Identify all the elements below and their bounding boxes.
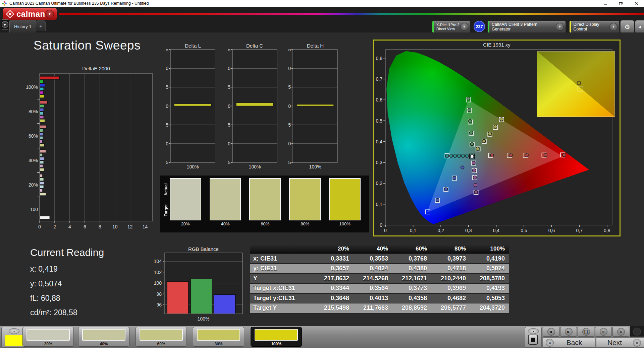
tab-history-1[interactable]: History 1 <box>9 20 36 33</box>
swatch-label: 100% <box>329 220 361 228</box>
table-cell: 206,5777 <box>431 303 470 313</box>
svg-text:0: 0 <box>166 103 168 109</box>
table-row: Target Y215,5498211,7663208,8592206,5777… <box>250 303 509 313</box>
svg-text:0,3: 0,3 <box>465 228 472 233</box>
svg-text:0: 0 <box>380 222 382 228</box>
svg-text:14: 14 <box>143 224 148 229</box>
svg-text:100%: 100% <box>26 84 38 90</box>
stop-square-icon <box>531 338 535 342</box>
svg-text:0,1: 0,1 <box>410 228 417 233</box>
svg-text:4: 4 <box>68 224 71 229</box>
svg-text:0,1: 0,1 <box>376 202 383 207</box>
pattern-swatch-button-100%[interactable]: 100% <box>251 327 302 347</box>
meter-dropdown-label: X-Rite i1Pro 2 Direct View <box>436 23 459 31</box>
table-row-label: Target x:CIE31 <box>250 283 314 293</box>
minimize-button[interactable] <box>598 0 613 7</box>
table-col-header: 60% <box>392 244 431 254</box>
svg-text:0,2: 0,2 <box>376 181 383 186</box>
svg-text:15: 15 <box>288 49 291 52</box>
deltae-chart-title: DeltaE 2000 <box>40 66 153 71</box>
table-cell: 0,4024 <box>353 264 392 274</box>
table-row: Target y:CIE310,36480,40130,43580,46820,… <box>250 293 509 303</box>
restore-button[interactable] <box>613 0 629 7</box>
table-cell: 211,7663 <box>353 303 392 313</box>
svg-text:-15: -15 <box>228 160 230 165</box>
table-corner-header <box>250 244 314 254</box>
calman-logo-word: calman <box>16 9 45 19</box>
pattern-swatch-label: 100% <box>251 342 302 346</box>
svg-text:0,5: 0,5 <box>521 228 527 233</box>
pattern-generator-label: CalMAN Client 3 Pattern Generator <box>492 22 556 31</box>
table-cell: 212,1671 <box>392 274 431 284</box>
deltae-chart: 100%80%60%40%20%10002468101214 <box>25 73 158 230</box>
calman-window: Calman 2023 Calman Ultimate for Business… <box>0 0 644 348</box>
table-row-label: y: CIE31 <box>250 264 314 274</box>
cie-1931-panel: CIE 1931 xy 00,10,20,30,40,50,60,70,800,… <box>373 40 621 236</box>
next-button[interactable]: Next » <box>596 337 644 348</box>
pattern-generator-dropdown[interactable]: CalMAN Client 3 Pattern Generator ▼ <box>487 21 566 33</box>
saturation-swatch-20%: 20% <box>170 178 201 232</box>
pattern-color-box <box>82 329 125 341</box>
back-chevron-icon: « <box>546 339 554 347</box>
play-icon: ▶ <box>565 328 573 336</box>
meter-dropdown[interactable]: X-Rite i1Pro 2 Direct View ▼ <box>432 21 470 33</box>
current-pattern-chip[interactable] <box>5 335 23 346</box>
display-control-dropdown[interactable]: Direct Display Control ▼ <box>569 21 620 33</box>
back-button[interactable]: « Back <box>543 337 595 348</box>
expand-up-button[interactable]: ▲ <box>528 328 539 334</box>
table-cell: 0,3973 <box>431 254 470 264</box>
table-cell: 0,4682 <box>431 293 470 303</box>
svg-text:5: 5 <box>166 84 168 90</box>
svg-text:96: 96 <box>156 302 162 307</box>
svg-text:-10: -10 <box>166 141 168 146</box>
svg-text:0: 0 <box>384 228 387 233</box>
workflow-nav-button[interactable]: ▶ <box>1 19 9 29</box>
stop-button[interactable]: ■ <box>543 327 559 337</box>
delta-h-chart: 151050-5-10-15100% <box>288 49 349 172</box>
svg-text:0,6: 0,6 <box>376 97 383 102</box>
settings-gear-button[interactable]: ⚙ <box>620 20 634 33</box>
stop-pattern-button[interactable] <box>528 335 538 345</box>
svg-text:0,2: 0,2 <box>437 228 444 233</box>
table-cell: 0,3564 <box>353 283 392 293</box>
app-header: calman ▼ ▶ History 1 + X-Rite i1Pro 2 Di… <box>0 7 644 32</box>
table-cell: 0,4193 <box>470 283 509 293</box>
svg-text:80%: 80% <box>29 109 38 114</box>
collapse-panel-button[interactable]: ◀ <box>635 20 644 33</box>
svg-text:-10: -10 <box>288 141 291 146</box>
saturation-swatch-60%: 60% <box>249 178 281 232</box>
svg-text:0: 0 <box>288 103 291 109</box>
pattern-color-box <box>255 329 298 341</box>
svg-text:10: 10 <box>112 224 118 229</box>
page-title: Saturation Sweeps <box>34 39 141 53</box>
pattern-window-button[interactable]: [·] <box>578 327 594 337</box>
svg-text:102: 102 <box>154 270 162 275</box>
svg-text:100%: 100% <box>187 164 199 169</box>
svg-text:20%: 20% <box>29 182 38 188</box>
pattern-swatch-button-40%[interactable]: 40% <box>78 327 129 347</box>
table-cell: 0,4718 <box>431 264 470 274</box>
meter-count-badge[interactable]: 237 <box>474 21 485 32</box>
swatch-color-box <box>289 178 321 220</box>
calman-menu-button[interactable]: calman ▼ <box>3 8 57 20</box>
svg-text:0: 0 <box>228 103 230 109</box>
pattern-swatch-button-80%[interactable]: 80% <box>193 327 244 347</box>
delta-c-chart: 151050-5-10-15100% <box>228 49 288 172</box>
expand-up-button[interactable]: ▲ <box>9 328 19 334</box>
meter-status-accent <box>432 21 434 32</box>
add-tab-button[interactable]: + <box>36 20 46 31</box>
table-cell: 0,3657 <box>314 264 353 274</box>
play-button[interactable]: ▶ <box>560 327 577 337</box>
continuous-measure-button[interactable]: ∞ <box>595 327 612 337</box>
close-button[interactable] <box>629 0 644 7</box>
table-cell: 208,5780 <box>470 274 509 284</box>
chevron-down-icon: ▼ <box>460 23 468 31</box>
pattern-color-box <box>140 329 183 341</box>
pattern-swatch-button-20%[interactable]: 20% <box>22 327 74 347</box>
pattern-swatch-button-60%[interactable]: 60% <box>136 327 187 347</box>
current-reading-fl: fL: 60,88 <box>30 294 60 303</box>
table-col-header: 20% <box>314 244 353 254</box>
table-cell: 0,5053 <box>470 293 509 303</box>
refresh-button[interactable]: ↻ <box>612 327 629 337</box>
saturation-swatch-80%: 80% <box>289 178 321 232</box>
